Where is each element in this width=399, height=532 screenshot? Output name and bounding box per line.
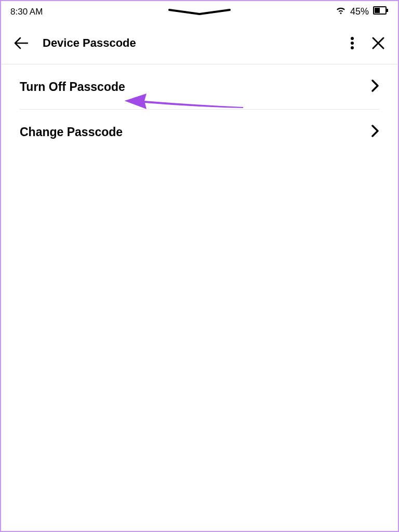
- status-right: 45%: [336, 6, 389, 17]
- svg-rect-1: [375, 8, 380, 13]
- svg-point-5: [351, 46, 354, 49]
- status-time: 8:30 AM: [10, 7, 43, 17]
- chevron-right-icon: [371, 79, 379, 95]
- chevron-right-icon: [371, 124, 379, 140]
- list-item-label: Turn Off Passcode: [20, 80, 125, 94]
- status-bar: 8:30 AM 45%: [1, 1, 398, 19]
- list-item-label: Change Passcode: [20, 125, 123, 139]
- turn-off-passcode-item[interactable]: Turn Off Passcode: [20, 64, 379, 109]
- nav-bar: Device Passcode: [1, 19, 398, 64]
- wifi-icon: [336, 6, 346, 17]
- change-passcode-item[interactable]: Change Passcode: [20, 110, 379, 154]
- page-title: Device Passcode: [43, 36, 136, 50]
- svg-point-4: [351, 42, 354, 45]
- drag-handle-icon[interactable]: [168, 8, 231, 19]
- svg-point-3: [351, 37, 354, 40]
- battery-icon: [373, 6, 389, 17]
- close-button[interactable]: [369, 34, 388, 52]
- back-button[interactable]: [11, 34, 30, 52]
- more-options-button[interactable]: [343, 34, 362, 52]
- settings-list: Turn Off Passcode Change Passcode: [1, 64, 398, 154]
- svg-rect-2: [387, 9, 388, 12]
- battery-percent: 45%: [350, 6, 369, 17]
